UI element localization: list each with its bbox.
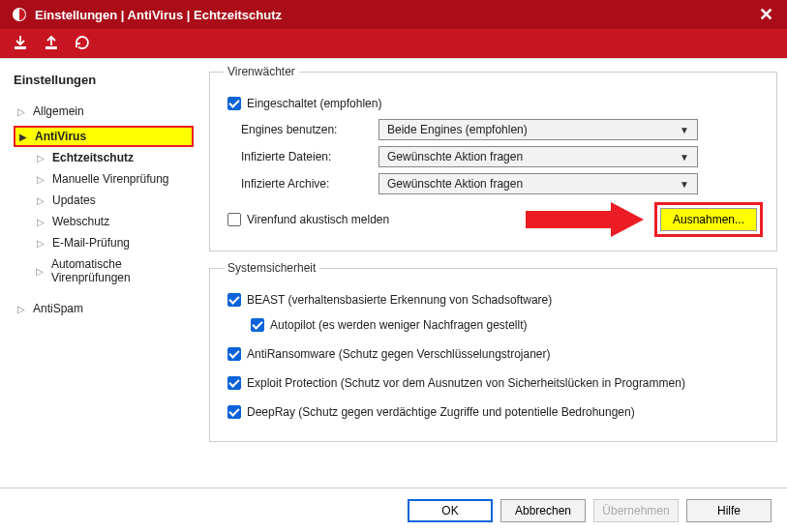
infected-archives-label: Infizierte Archive: (224, 177, 378, 191)
engines-label: Engines benutzen: (224, 123, 378, 136)
chevron-right-icon: ▷ (35, 238, 46, 249)
content-pane: Virenwächter Eingeschaltet (empfohlen) E… (203, 59, 787, 488)
beast-checkbox[interactable] (227, 293, 241, 307)
reset-icon[interactable] (74, 34, 91, 54)
acoustic-label: Virenfund akustisch melden (247, 213, 389, 226)
group-systemsicherheit: Systemsicherheit BEAST (verhaltensbasier… (209, 261, 777, 442)
sidebar-item-echtzeitschutz[interactable]: ▷ Echtzeitschutz (14, 147, 194, 168)
sidebar-item-label: AntiSpam (33, 302, 83, 315)
dropdown-value: Gewünschte Aktion fragen (387, 177, 523, 191)
autopilot-checkbox[interactable] (251, 318, 264, 332)
chevron-down-icon: ▼ (680, 152, 689, 163)
antiransom-checkbox[interactable] (227, 347, 241, 361)
sidebar-item-label: Echtzeitschutz (52, 151, 134, 164)
deepray-checkbox[interactable] (227, 405, 241, 419)
svg-rect-2 (45, 46, 57, 49)
exploit-label: Exploit Protection (Schutz vor dem Ausnu… (247, 376, 685, 390)
sidebar-item-webschutz[interactable]: ▷ Webschutz (14, 211, 194, 232)
export-icon[interactable] (43, 34, 60, 54)
chevron-down-icon: ▼ (680, 179, 689, 190)
chevron-right-icon: ▷ (35, 174, 46, 185)
sidebar-item-label: Updates (52, 193, 96, 207)
enabled-checkbox[interactable] (227, 97, 241, 110)
sidebar-item-label: Manuelle Virenprüfung (52, 172, 169, 186)
sidebar-item-label: Webschutz (52, 215, 109, 228)
chevron-right-icon: ▷ (15, 106, 27, 117)
chevron-right-icon: ▷ (35, 217, 46, 227)
callout-arrow-icon (526, 204, 647, 235)
sidebar-item-antispam[interactable]: ▷ AntiSpam (14, 298, 194, 319)
window-title: Einstellungen | AntiVirus | Echtzeitschu… (35, 8, 753, 22)
apply-button[interactable]: Übernehmen (593, 499, 679, 522)
infected-files-label: Infizierte Dateien: (224, 150, 378, 163)
infected-files-dropdown[interactable]: Gewünschte Aktion fragen ▼ (378, 146, 698, 167)
chevron-right-icon: ▷ (35, 153, 46, 163)
chevron-right-icon: ▷ (35, 195, 46, 206)
sidebar-item-label: Allgemein (33, 104, 84, 118)
svg-rect-1 (15, 46, 26, 49)
chevron-down-icon: ▼ (680, 125, 689, 135)
sidebar-item-updates[interactable]: ▷ Updates (14, 190, 194, 211)
antiransom-label: AntiRansomware (Schutz gegen Verschlüsse… (247, 347, 551, 361)
sidebar-heading: Einstellungen (14, 73, 194, 87)
footer: OK Abbrechen Übernehmen Hilfe (0, 488, 787, 532)
toolbar (0, 29, 787, 58)
acoustic-checkbox[interactable] (227, 213, 241, 226)
exceptions-button[interactable]: Ausnahmen... (660, 208, 757, 231)
autopilot-label: Autopilot (es werden weniger Nachfragen … (270, 318, 527, 332)
chevron-right-icon: ▷ (15, 304, 27, 314)
sidebar-item-label: Automatische Virenprüfungen (51, 257, 190, 284)
chevron-right-icon: ▷ (35, 266, 45, 277)
import-icon[interactable] (12, 34, 29, 54)
engines-dropdown[interactable]: Beide Engines (empfohlen) ▼ (378, 119, 698, 140)
group-legend: Virenwächter (224, 65, 299, 78)
infected-archives-dropdown[interactable]: Gewünschte Aktion fragen ▼ (378, 173, 698, 194)
ok-button[interactable]: OK (408, 499, 493, 522)
chevron-right-icon: ▶ (17, 132, 29, 142)
beast-label: BEAST (verhaltensbasierte Erkennung von … (247, 293, 552, 307)
group-virenwachter: Virenwächter Eingeschaltet (empfohlen) E… (209, 65, 777, 251)
titlebar: Einstellungen | AntiVirus | Echtzeitschu… (0, 0, 787, 29)
sidebar-item-antivirus[interactable]: ▶ AntiVirus (14, 126, 194, 147)
app-logo-icon (12, 7, 27, 22)
dropdown-value: Beide Engines (empfohlen) (387, 123, 528, 136)
sidebar-item-label: AntiVirus (35, 130, 86, 143)
cancel-button[interactable]: Abbrechen (500, 499, 586, 522)
help-button[interactable]: Hilfe (686, 499, 772, 522)
exceptions-highlight: Ausnahmen... (654, 202, 763, 237)
dropdown-value: Gewünschte Aktion fragen (387, 150, 523, 163)
sidebar-item-allgemein[interactable]: ▷ Allgemein (14, 101, 194, 122)
close-button[interactable]: ✕ (753, 4, 779, 25)
sidebar-item-email[interactable]: ▷ E-Mail-Prüfung (14, 232, 194, 253)
sidebar-item-automatische[interactable]: ▷ Automatische Virenprüfungen (14, 253, 194, 288)
group-legend: Systemsicherheit (224, 261, 319, 275)
sidebar-item-label: E-Mail-Prüfung (52, 236, 130, 250)
deepray-label: DeepRay (Schutz gegen verdächtige Zugrif… (247, 405, 635, 419)
exploit-checkbox[interactable] (227, 376, 241, 390)
sidebar: Einstellungen ▷ Allgemein ▶ AntiVirus ▷ … (0, 59, 203, 488)
sidebar-item-manuelle[interactable]: ▷ Manuelle Virenprüfung (14, 168, 194, 190)
enabled-label: Eingeschaltet (empfohlen) (247, 97, 381, 110)
